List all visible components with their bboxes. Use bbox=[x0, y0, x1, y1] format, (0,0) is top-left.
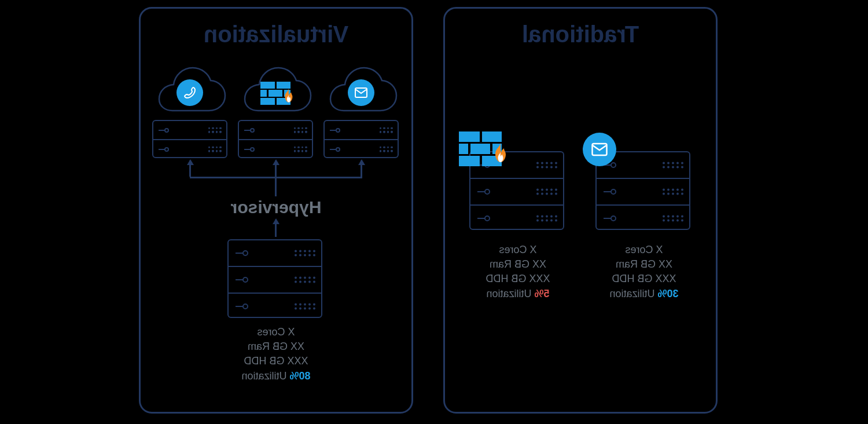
mail-icon bbox=[583, 133, 616, 166]
server-rack-icon bbox=[227, 239, 322, 318]
vm-mail bbox=[322, 64, 400, 158]
spec-utilization: 80% Utilization bbox=[230, 369, 322, 383]
spec-ram: XX GB Ram bbox=[472, 257, 564, 272]
traditional-server-mail bbox=[595, 151, 690, 230]
firewall-icon bbox=[459, 131, 502, 166]
arrow-icon bbox=[361, 160, 363, 177]
vm-firewall bbox=[237, 64, 314, 158]
virtualization-panel: Virtualization bbox=[139, 7, 413, 414]
arrow-icon bbox=[275, 220, 277, 237]
traditional-firewall-specs: X Cores XX GB Ram XXX GB HDD 5% Utilizat… bbox=[472, 243, 564, 301]
virtualization-title: Virtualization bbox=[141, 21, 411, 47]
vm-phone bbox=[151, 64, 229, 158]
vm-row bbox=[151, 64, 400, 158]
spec-hdd: XXX GB HDD bbox=[472, 272, 564, 286]
spec-cores: X Cores bbox=[598, 243, 690, 257]
hypervisor-label: Hypervisor bbox=[141, 198, 411, 217]
server-rack-icon bbox=[595, 151, 690, 230]
arrow-icon bbox=[190, 160, 192, 177]
connector-line bbox=[275, 177, 277, 196]
spec-cores: X Cores bbox=[230, 325, 322, 339]
spec-hdd: XXX GB HDD bbox=[598, 272, 690, 286]
flame-icon bbox=[490, 143, 511, 170]
virtualization-host-specs: X Cores XX GB Ram XXX GB HDD 80% Utiliza… bbox=[230, 325, 322, 383]
spec-utilization: 30% Utilization bbox=[598, 287, 690, 301]
traditional-title: Traditional bbox=[445, 21, 716, 47]
spec-ram: XX GB Ram bbox=[230, 339, 322, 354]
traditional-panel: Traditional X Cores XX GB Ram XXX GB HDD… bbox=[443, 7, 718, 414]
phone-icon bbox=[176, 79, 203, 106]
arrow-icon bbox=[275, 160, 277, 177]
firewall-icon bbox=[260, 82, 290, 105]
traditional-server-firewall bbox=[469, 151, 564, 230]
mail-icon bbox=[348, 79, 374, 106]
spec-utilization: 5% Utilization bbox=[472, 287, 564, 301]
traditional-mail-specs: X Cores XX GB Ram XXX GB HDD 30% Utiliza… bbox=[598, 243, 690, 301]
spec-hdd: XXX GB HDD bbox=[230, 354, 322, 368]
spec-cores: X Cores bbox=[472, 243, 564, 257]
flame-icon bbox=[281, 89, 296, 108]
spec-ram: XX GB Ram bbox=[598, 257, 690, 272]
virtualization-host bbox=[227, 239, 322, 318]
